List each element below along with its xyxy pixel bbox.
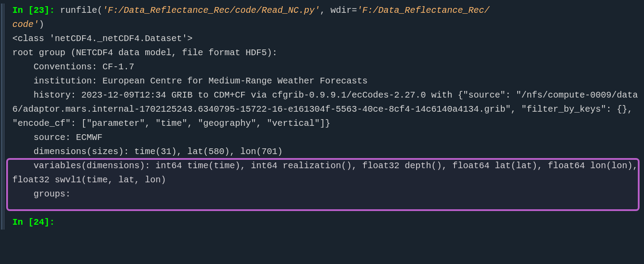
ipython-console[interactable]: In [23]: runfile('F:/Data_Reflectance_Re… — [0, 4, 644, 230]
prompt-in-label-2: In [ — [12, 217, 34, 227]
output-line-variables: variables(dimensions): int64 time(time),… — [12, 159, 640, 187]
gutter-border-inner — [4, 4, 4, 230]
arg-wdir-b: code' — [12, 19, 39, 30]
gutter-border — [1, 4, 3, 230]
output-line-conventions: Conventions: CF-1.7 — [12, 60, 640, 74]
prompt-close: ]: — [44, 5, 60, 15]
runfile-call: runfile — [60, 5, 97, 15]
arg-path: 'F:/Data_Reflectance_Rec/code/Read_NC.py… — [102, 5, 320, 15]
open-paren: ( — [97, 5, 102, 15]
output-line-rootgroup: root group (NETCDF4 data model, file for… — [12, 46, 640, 60]
prompt-number-2: 24 — [34, 217, 44, 227]
blank-line — [12, 201, 640, 215]
output-line-class: <class 'netCDF4._netCDF4.Dataset'> — [12, 32, 640, 46]
arg-wdir-a: 'F:/Data_Reflectance_Rec/ — [357, 5, 489, 15]
sep: , — [320, 5, 330, 15]
input-cell-23: In [23]: runfile('F:/Data_Reflectance_Re… — [12, 4, 640, 18]
output-line-dimensions: dimensions(sizes): time(31), lat(580), l… — [12, 145, 640, 159]
output-line-groups: groups: — [12, 187, 640, 201]
prompt-in-label: In [ — [12, 5, 34, 15]
output-line-source: source: ECMWF — [12, 131, 640, 145]
prompt-number: 23 — [34, 5, 44, 15]
input-cell-24[interactable]: In [24]: — [12, 215, 640, 230]
output-line-institution: institution: European Centre for Medium-… — [12, 74, 640, 88]
prompt-close-2: ]: — [44, 217, 60, 227]
output-line-history: history: 2023-12-09T12:34 GRIB to CDM+CF… — [12, 88, 640, 131]
close-paren: ) — [39, 19, 44, 30]
input-cell-23-cont: code') — [12, 18, 640, 32]
equals: = — [352, 5, 357, 15]
kwarg-wdir: wdir — [330, 5, 352, 15]
